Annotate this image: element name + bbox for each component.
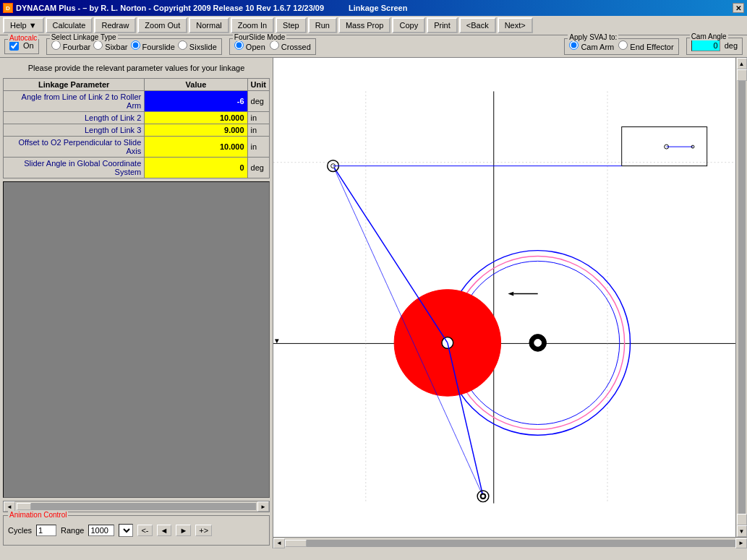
param-unit-4: deg bbox=[247, 158, 269, 178]
svg-text:▼: ▼ bbox=[273, 337, 281, 345]
param-input-3[interactable] bbox=[148, 142, 244, 151]
scroll-thumb[interactable] bbox=[17, 503, 31, 510]
bscroll-right-arrow[interactable]: ► bbox=[735, 538, 747, 548]
end-effector-radio[interactable] bbox=[618, 40, 628, 50]
left-panel: Please provide the relevant parameter va… bbox=[0, 58, 273, 548]
anim-start-btn[interactable]: <- bbox=[137, 525, 152, 536]
range-input[interactable] bbox=[88, 525, 114, 536]
param-input-0[interactable] bbox=[148, 97, 244, 105]
fourslide-mode-group: FourSlide Mode Open Crossed bbox=[229, 38, 316, 55]
back-button[interactable]: <Back bbox=[459, 17, 496, 33]
fourbar-label: Fourbar bbox=[51, 40, 91, 51]
col-header-value: Value bbox=[145, 79, 247, 91]
anim-end-btn[interactable]: +> bbox=[195, 525, 212, 536]
vscroll-down-arrow[interactable]: ▼ bbox=[737, 525, 747, 537]
sixslide-label: Sixslide bbox=[178, 40, 217, 51]
autocalc-group: Autocalc On bbox=[4, 39, 39, 54]
crossed-radio[interactable] bbox=[270, 40, 279, 50]
redraw-button[interactable]: Redraw bbox=[94, 17, 136, 33]
apply-svaj-group: Apply SVAJ to: Cam Arm End Effector bbox=[564, 38, 678, 55]
scroll-right-arrow[interactable]: ► bbox=[257, 501, 269, 512]
autocalc-checkbox[interactable] bbox=[9, 41, 19, 51]
bscroll-thumb[interactable] bbox=[285, 540, 307, 547]
cam-angle-group: Cam Angle deg bbox=[686, 38, 743, 55]
run-button[interactable]: Run bbox=[308, 17, 337, 33]
calculate-button[interactable]: Calculate bbox=[46, 17, 93, 33]
svg-point-27 bbox=[482, 495, 485, 498]
range-select[interactable]: ▼ bbox=[119, 524, 133, 537]
table-row: Slider Angle in Global Coordinate System… bbox=[4, 158, 270, 178]
svg-point-17 bbox=[534, 340, 542, 347]
zoom-out-button[interactable]: Zoom Out bbox=[137, 17, 187, 33]
param-name-0: Angle from Line of Link 2 to Roller Arm bbox=[4, 91, 145, 112]
param-value-4[interactable] bbox=[145, 158, 247, 178]
param-input-4[interactable] bbox=[148, 163, 244, 172]
vscroll-thumb-bottom[interactable] bbox=[737, 514, 747, 525]
param-unit-0: deg bbox=[247, 91, 269, 112]
param-name-2: Length of Link 3 bbox=[4, 124, 145, 137]
cam-angle-input[interactable] bbox=[691, 40, 720, 51]
anim-control: Animation Control Cycles Range ▼ <- ◄ ► … bbox=[3, 515, 270, 546]
vscroll-track[interactable] bbox=[738, 81, 746, 514]
sixbar-label: Sixbar bbox=[93, 40, 127, 51]
param-value-0[interactable] bbox=[145, 91, 247, 112]
param-name-1: Length of Link 2 bbox=[4, 112, 145, 124]
open-label: Open bbox=[234, 40, 265, 51]
svg-rect-0 bbox=[273, 91, 735, 503]
cycles-input[interactable] bbox=[36, 525, 56, 536]
cycles-label: Cycles bbox=[8, 526, 32, 535]
screen-name: Linkage Screen bbox=[349, 4, 407, 12]
app-icon: D bbox=[3, 3, 13, 13]
next-button[interactable]: Next> bbox=[498, 17, 533, 33]
step-button[interactable]: Step bbox=[276, 17, 307, 33]
param-value-3[interactable] bbox=[145, 137, 247, 158]
table-row: Angle from Line of Link 2 to Roller Arm … bbox=[4, 91, 270, 112]
close-button[interactable]: ✕ bbox=[733, 3, 744, 13]
param-unit-2: in bbox=[247, 124, 269, 137]
param-name-3: Offset to O2 Perpendicular to Slide Axis bbox=[4, 137, 145, 158]
scroll-left-arrow[interactable]: ◄ bbox=[4, 501, 15, 512]
table-row: Length of Link 3 in bbox=[4, 124, 270, 137]
autocalc-on-label: On bbox=[23, 41, 34, 50]
end-effector-label: End Effector bbox=[618, 40, 673, 51]
param-input-2[interactable] bbox=[148, 126, 244, 134]
normal-button[interactable]: Normal bbox=[189, 17, 229, 33]
linkage-type-group: Select Linkage Type Fourbar Sixbar Fours… bbox=[46, 38, 222, 55]
zoom-in-button[interactable]: Zoom In bbox=[231, 17, 274, 33]
right-content: ▼ bbox=[273, 58, 747, 537]
title-text: DYNACAM Plus - – by R. L. Norton - Copyr… bbox=[16, 4, 324, 12]
help-button[interactable]: Help ▼ bbox=[3, 17, 44, 33]
right-vscrollbar[interactable]: ▲ ▼ bbox=[735, 58, 747, 537]
bscroll-track[interactable] bbox=[285, 540, 735, 547]
cam-angle-unit: deg bbox=[725, 41, 738, 50]
param-value-2[interactable] bbox=[145, 124, 247, 137]
col-header-param: Linkage Parameter bbox=[4, 79, 145, 91]
anim-next-btn[interactable]: ► bbox=[176, 525, 191, 536]
fourslide-radio[interactable] bbox=[131, 40, 140, 50]
vscroll-up-arrow[interactable]: ▲ bbox=[737, 58, 747, 69]
mass-prop-button[interactable]: Mass Prop bbox=[338, 17, 391, 33]
param-name-4: Slider Angle in Global Coordinate System bbox=[4, 158, 145, 178]
vscroll-thumb-top[interactable] bbox=[737, 69, 747, 81]
cam-arm-label: Cam Arm bbox=[569, 40, 614, 51]
sixslide-radio[interactable] bbox=[178, 40, 187, 50]
bottom-hscrollbar[interactable]: ◄ ► bbox=[273, 537, 747, 548]
open-radio[interactable] bbox=[234, 40, 244, 50]
left-gray-area bbox=[3, 181, 270, 498]
param-input-1[interactable] bbox=[148, 113, 244, 122]
cam-angle-label: Cam Angle bbox=[690, 33, 728, 40]
sixbar-radio[interactable] bbox=[93, 40, 103, 50]
title-bar: D DYNACAM Plus - – by R. L. Norton - Cop… bbox=[0, 0, 747, 16]
bscroll-left-arrow[interactable]: ◄ bbox=[273, 538, 285, 548]
linkage-type-label: Select Linkage Type bbox=[50, 33, 118, 41]
param-value-1[interactable] bbox=[145, 112, 247, 124]
scroll-track[interactable] bbox=[17, 503, 256, 510]
param-unit-3: in bbox=[247, 137, 269, 158]
cam-arm-radio[interactable] bbox=[569, 40, 579, 50]
anim-prev-btn[interactable]: ◄ bbox=[157, 525, 172, 536]
fourslide-label: Fourslide bbox=[131, 40, 175, 51]
print-button[interactable]: Print bbox=[427, 17, 458, 33]
table-row: Offset to O2 Perpendicular to Slide Axis… bbox=[4, 137, 270, 158]
copy-button[interactable]: Copy bbox=[392, 17, 425, 33]
fourbar-radio[interactable] bbox=[51, 40, 61, 50]
